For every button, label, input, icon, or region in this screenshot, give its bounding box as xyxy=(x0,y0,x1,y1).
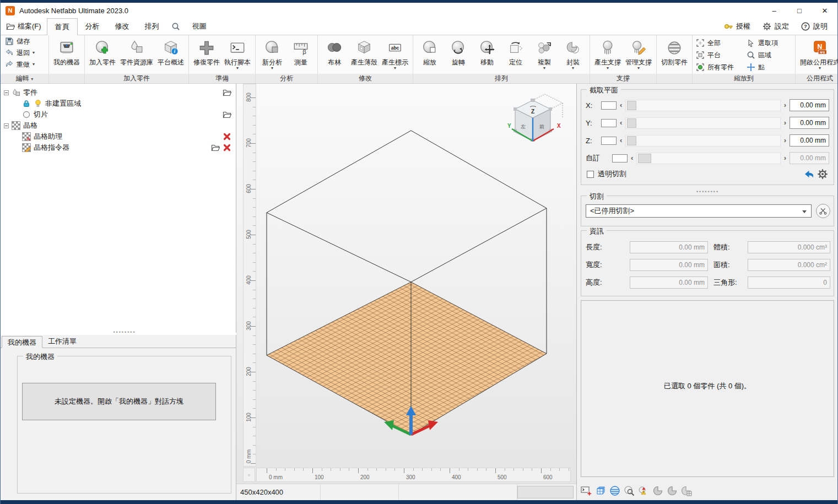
clip-y-value[interactable]: 0.00 mm xyxy=(790,117,829,129)
cut-part-button[interactable]: 切割零件 xyxy=(659,36,690,67)
slider-thumb[interactable] xyxy=(627,118,636,128)
create-label-button[interactable]: 產生標示 ▾ xyxy=(380,36,410,71)
dropdown-arrow-icon[interactable]: ▾ xyxy=(543,66,545,71)
slice-view-icon[interactable] xyxy=(609,485,620,496)
create-support-button[interactable]: 產生支撐 ▾ xyxy=(592,36,623,71)
duplicate-button[interactable]: 複製 ▾ xyxy=(530,36,559,71)
slider-thumb[interactable] xyxy=(627,136,636,145)
zoom-point-button[interactable]: 點 xyxy=(747,61,794,73)
tab-my-machine[interactable]: 我的機器 xyxy=(2,336,42,348)
transparent-cut-checkbox[interactable] xyxy=(587,171,594,178)
zoom-region-button[interactable]: 區域 xyxy=(747,49,794,61)
open-folder-icon[interactable] xyxy=(211,143,220,152)
scale-button[interactable]: 縮放 xyxy=(415,36,444,67)
dropdown-arrow-icon[interactable]: ▾ xyxy=(819,66,821,71)
view-cube-left-face-label[interactable]: 左 xyxy=(521,124,526,129)
collapse-icon[interactable] xyxy=(4,123,9,128)
clip-custom-slider[interactable] xyxy=(636,153,780,164)
history-icon[interactable] xyxy=(667,485,678,496)
slider-right-arrow[interactable]: › xyxy=(784,138,786,143)
clip-enable-checkbox[interactable] xyxy=(612,154,628,162)
history-icon[interactable] xyxy=(652,485,663,496)
clip-x-slider[interactable] xyxy=(625,100,780,111)
tab-job-list[interactable]: 工作清單 xyxy=(42,335,82,348)
tree-item-no-build-zone[interactable]: 非建置區域 xyxy=(1,98,236,109)
slider-thumb[interactable] xyxy=(638,154,651,163)
clip-z-slider[interactable] xyxy=(625,135,780,147)
search-button[interactable] xyxy=(167,18,185,35)
viewport-3d[interactable]: Y X Z 左 前 800 700 600 500 400 300 200 10… xyxy=(236,84,576,484)
my-machine-button[interactable]: 我的機器 xyxy=(51,36,82,67)
slider-right-arrow[interactable]: › xyxy=(784,155,786,161)
open-folder-icon[interactable] xyxy=(223,110,231,119)
new-analysis-button[interactable]: 新分析 ▾ xyxy=(258,36,286,71)
tab-modify[interactable]: 修改 xyxy=(107,18,137,35)
open-utility-button[interactable]: 開啟公用程式 ▾ xyxy=(798,36,838,71)
reset-clipping-icon[interactable] xyxy=(802,169,813,180)
move-button[interactable]: 移動 xyxy=(473,36,501,67)
clip-y-slider[interactable] xyxy=(625,117,780,129)
horizontal-splitter[interactable]: •••••••• xyxy=(108,329,141,335)
group-label-edit[interactable]: 編輯 ▾ xyxy=(1,74,48,83)
dropdown-arrow-icon[interactable]: ▾ xyxy=(33,51,35,55)
clip-z-value[interactable]: 0.00 mm xyxy=(790,134,829,147)
manage-support-button[interactable]: 管理支撐 ▾ xyxy=(623,36,654,71)
clip-enable-checkbox[interactable] xyxy=(601,137,617,145)
inspect-icon[interactable] xyxy=(624,485,635,496)
dropdown-arrow-icon[interactable]: ▾ xyxy=(33,62,35,67)
maximize-button[interactable]: □ xyxy=(787,3,812,18)
dropdown-arrow-icon[interactable]: ▾ xyxy=(607,66,609,71)
tree-item-lattice-commander[interactable]: 晶格指令器 xyxy=(1,142,236,153)
setup-machine-button[interactable]: 未設定機器。開啟「我的機器」對話方塊 xyxy=(22,383,216,420)
clip-enable-checkbox[interactable] xyxy=(601,119,617,127)
minimize-button[interactable]: – xyxy=(761,3,787,18)
tab-home[interactable]: 首頁 xyxy=(47,18,78,35)
ruler-origin-button[interactable]: ○ xyxy=(243,468,255,482)
platform-overview-button[interactable]: 平台概述 xyxy=(155,36,186,67)
clipping-settings-gear-icon[interactable] xyxy=(817,169,828,180)
slider-right-arrow[interactable]: › xyxy=(784,102,786,108)
tab-view[interactable]: 視圖 xyxy=(185,18,214,35)
create-shell-button[interactable]: 產生薄殼 xyxy=(349,36,380,67)
collapse-icon[interactable] xyxy=(4,90,9,95)
settings-button[interactable]: 設定 xyxy=(763,21,789,31)
view-cube-front-face-label[interactable]: 前 xyxy=(539,124,544,129)
view-cube[interactable]: Y X Z 左 前 xyxy=(504,93,565,148)
undo-button[interactable]: 退回▾ xyxy=(5,48,35,58)
rotate-button[interactable]: 旋轉 xyxy=(444,36,473,67)
slider-left-arrow[interactable]: ‹ xyxy=(631,155,633,161)
boolean-button[interactable]: 布林 xyxy=(320,36,349,67)
save-button[interactable]: 儲存 xyxy=(5,36,30,46)
license-button[interactable]: 授權 xyxy=(724,21,750,31)
orient-button[interactable]: 定位 xyxy=(501,36,530,67)
zoom-all-parts-button[interactable]: 所有零件 xyxy=(696,61,747,73)
repair-part-button[interactable]: 修復零件 xyxy=(191,36,222,67)
run-script-button[interactable]: 執行腳本 ▾ xyxy=(222,36,253,71)
slider-left-arrow[interactable]: ‹ xyxy=(620,138,622,143)
tab-arrange[interactable]: 排列 xyxy=(137,18,167,35)
slider-thumb[interactable] xyxy=(627,101,636,110)
dropdown-arrow-icon[interactable]: ▾ xyxy=(637,66,640,71)
clip-x-value[interactable]: 0.00 mm xyxy=(790,99,829,111)
measure-button[interactable]: 測量 xyxy=(286,36,315,67)
dropdown-arrow-icon[interactable]: ▾ xyxy=(236,66,239,71)
zoom-selection-button[interactable]: 選取項 xyxy=(747,37,794,49)
cut-mode-select[interactable]: <已停用切割> xyxy=(586,204,812,218)
analysis-warning-icon[interactable] xyxy=(638,485,649,496)
open-folder-icon[interactable] xyxy=(223,88,231,97)
dropdown-arrow-icon[interactable]: ▾ xyxy=(271,66,273,71)
file-menu-button[interactable]: 檔案(F) xyxy=(1,18,47,35)
tree-item-lattice[interactable]: 晶格 xyxy=(1,120,236,131)
tree-item-lattice-assistant[interactable]: 晶格助理 xyxy=(1,131,236,142)
close-button[interactable]: ✕ xyxy=(812,3,837,18)
delete-icon[interactable] xyxy=(223,143,231,152)
tab-analysis[interactable]: 分析 xyxy=(78,18,107,35)
tree-item-slices[interactable]: 切片 xyxy=(1,109,236,120)
new-script-icon[interactable] xyxy=(581,485,592,496)
delete-icon[interactable] xyxy=(223,132,231,141)
zoom-platform-button[interactable]: 平台 xyxy=(696,49,747,61)
history-grid-icon[interactable] xyxy=(681,485,692,496)
tree-item-parts[interactable]: 零件 xyxy=(1,87,236,98)
slider-left-arrow[interactable]: ‹ xyxy=(620,120,622,126)
help-button[interactable]: 說明 xyxy=(801,21,828,31)
